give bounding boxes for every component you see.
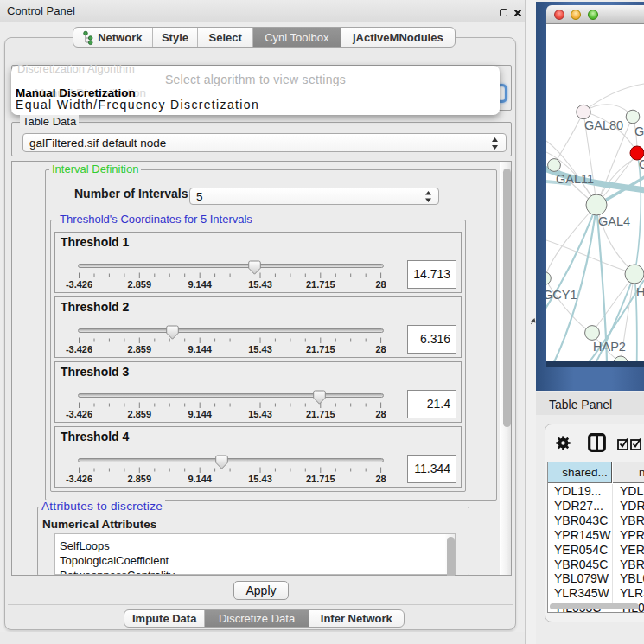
- svg-text:HAP2: HAP2: [593, 340, 626, 354]
- svg-text:H: H: [636, 285, 644, 299]
- svg-text:G.: G.: [634, 124, 644, 138]
- svg-text:GAL11: GAL11: [556, 172, 594, 186]
- svg-text:GAL80: GAL80: [584, 118, 623, 132]
- svg-text:GAL4: GAL4: [598, 214, 630, 228]
- svg-text:GCY1: GCY1: [546, 288, 577, 302]
- svg-text:G: G: [639, 157, 644, 171]
